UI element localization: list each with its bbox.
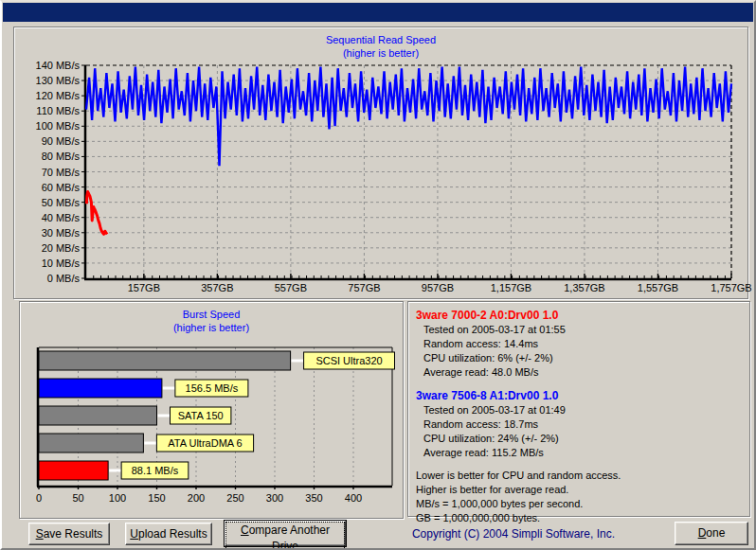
hdtach-window: { "window": { "title": "HD Tach version … (0, 0, 756, 550)
bar-label-text: 156.5 MB/s (186, 382, 239, 394)
drive2-random-access: Random access: 18.7ms (416, 417, 742, 432)
y-axis-label: 140 MB/s (36, 60, 81, 71)
burst-bar (39, 379, 162, 398)
burst-bar (39, 434, 143, 452)
focus-rectangle: Compare Another Drive (225, 522, 345, 550)
save-mnemonic: S (36, 527, 44, 541)
y-axis-label: 60 MB/s (42, 182, 81, 193)
y-axis-label: 90 MB/s (42, 135, 81, 147)
drive1-name: 3ware 7000-2 A0:Drv00 1.0 (416, 308, 742, 323)
drive1-cpu: CPU utilization: 6% (+/- 2%) (416, 351, 742, 365)
y-axis-label: 70 MB/s (42, 167, 81, 178)
burst-x-axis-label: 250 (226, 492, 243, 504)
compare-mnemonic: C (241, 523, 249, 537)
bar-label-text: 88.1 MB/s (132, 465, 179, 476)
y-axis-label: 120 MB/s (36, 90, 81, 101)
y-axis-label: 20 MB/s (42, 242, 81, 254)
burst-speed-chart: 050100150200250300350400SCSI Ultra320156… (20, 302, 401, 516)
drive2-cpu: CPU utilization: 24% (+/- 2%) (416, 432, 742, 446)
burst-x-axis-label: 0 (36, 492, 42, 504)
burst-bar (39, 351, 291, 370)
done-mnemonic: D (698, 526, 707, 540)
sequential-read-chart: 0 MB/s10 MB/s20 MB/s30 MB/s40 MB/s50 MB/… (14, 27, 746, 294)
results-info-panel: 3ware 7000-2 A0:Drv00 1.0 Tested on 2005… (407, 301, 750, 517)
save-label: ave Results (44, 527, 103, 541)
done-button[interactable]: Done (675, 522, 748, 545)
x-axis-label: 557GB (275, 282, 307, 293)
x-axis-label: 1,157GB (491, 282, 531, 293)
y-axis-label: 10 MB/s (42, 257, 81, 269)
y-axis-label: 100 MB/s (36, 120, 81, 132)
burst-x-axis-label: 400 (345, 492, 362, 504)
burst-x-axis-label: 300 (266, 492, 283, 504)
bar-label-text: SCSI Ultra320 (315, 355, 382, 366)
sequential-read-panel: Sequential Read Speed (higher is better)… (13, 27, 748, 299)
copyright-text: Copyright (C) 2004 Simpli Software, Inc.… (360, 523, 667, 545)
drive1-random-access: Random access: 14.4ms (416, 337, 742, 351)
x-axis-label: 1,757GB (711, 282, 751, 293)
burst-x-axis-label: 200 (188, 492, 205, 504)
y-axis-label: 40 MB/s (42, 212, 81, 223)
burst-x-axis-label: 100 (109, 492, 126, 504)
burst-speed-panel: Burst Speed (higher is better) 050100150… (19, 301, 404, 519)
note-higher-better: Higher is better for average read. (416, 483, 742, 497)
y-axis-label: 80 MB/s (42, 151, 81, 162)
note-lower-better: Lower is better for CPU and random acces… (416, 469, 742, 483)
y-axis-label: 0 MB/s (47, 273, 81, 284)
drive2-name: 3ware 7506-8 A1:Drv00 1.0 (416, 388, 742, 403)
save-results-button[interactable]: Save Results (28, 523, 110, 545)
x-axis-label: 157GB (128, 282, 160, 293)
upload-mnemonic: U (130, 527, 138, 541)
burst-x-axis-label: 150 (148, 492, 165, 504)
y-axis-label: 30 MB/s (42, 227, 81, 239)
x-axis-label: 757GB (348, 282, 380, 293)
upload-label: pload Results (138, 527, 207, 541)
burst-bar (39, 461, 108, 480)
upload-results-button[interactable]: Upload Results (125, 523, 212, 545)
y-axis-label: 130 MB/s (36, 75, 81, 86)
y-axis-label: 110 MB/s (36, 105, 80, 116)
bar-label-text: SATA 150 (178, 410, 224, 421)
burst-x-axis-label: 350 (305, 492, 322, 504)
compare-another-drive-button[interactable]: Compare Another Drive (225, 521, 346, 546)
x-axis-label: 1,557GB (638, 282, 678, 293)
drive1-tested: Tested on 2005-03-17 at 01:55 (416, 323, 742, 337)
done-label: one (706, 526, 725, 540)
drive2-tested: Tested on 2005-03-17 at 01:49 (416, 403, 742, 417)
drive1-avg-read: Average read: 48.0 MB/s (416, 365, 742, 380)
burst-x-axis-label: 50 (72, 492, 83, 504)
x-axis-label: 957GB (422, 282, 454, 293)
burst-bar (39, 406, 157, 425)
read-speed-line-blue (86, 67, 731, 167)
note-mbs-definition: MB/s = 1,000,000 bytes per second. (416, 497, 742, 511)
y-axis-label: 50 MB/s (42, 197, 81, 208)
compare-label: ompare Another Drive (249, 523, 330, 550)
window-title-bar: HD Tach version 3.0.1.0 - For non-commer… (3, 3, 753, 22)
drive2-avg-read: Average read: 115.2 MB/s (416, 446, 742, 460)
x-axis-label: 1,357GB (564, 282, 604, 293)
bar-label-text: ATA UltraDMA 6 (168, 437, 242, 449)
x-axis-label: 357GB (201, 282, 233, 293)
read-speed-line-red (86, 191, 107, 234)
